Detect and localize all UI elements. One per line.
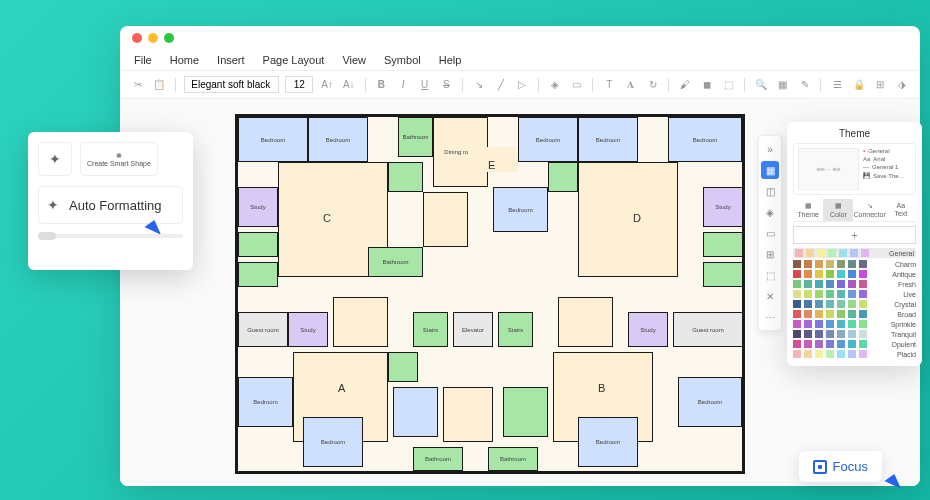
color-swatch[interactable] — [837, 290, 845, 298]
color-swatch[interactable] — [837, 260, 845, 268]
color-swatch[interactable] — [859, 300, 867, 308]
cut-icon[interactable]: ✂ — [130, 77, 146, 93]
color-swatch[interactable] — [848, 290, 856, 298]
room-kitchen[interactable] — [238, 232, 278, 257]
color-swatch[interactable] — [793, 350, 801, 358]
color-swatch[interactable] — [826, 330, 834, 338]
color-swatch[interactable] — [848, 300, 856, 308]
theme-quick-arial[interactable]: AaArial — [863, 156, 911, 162]
color-swatch[interactable] — [804, 350, 812, 358]
color-swatch[interactable] — [815, 290, 823, 298]
color-swatch[interactable] — [793, 300, 801, 308]
menu-file[interactable]: File — [134, 54, 152, 66]
color-swatch[interactable] — [837, 340, 845, 348]
color-swatch[interactable] — [826, 300, 834, 308]
color-swatch[interactable] — [815, 330, 823, 338]
color-swatch[interactable] — [804, 310, 812, 318]
room-sitting[interactable] — [703, 262, 743, 287]
color-swatch[interactable] — [828, 249, 836, 257]
palette-row-live[interactable]: Live — [793, 290, 916, 298]
menu-page-layout[interactable]: Page Layout — [263, 54, 325, 66]
color-swatch[interactable] — [859, 310, 867, 318]
color-swatch[interactable] — [806, 249, 814, 257]
increase-font-icon[interactable]: A↑ — [319, 77, 335, 93]
format-icon[interactable]: ⊞ — [761, 245, 779, 263]
room-bathroom[interactable]: Bathroom — [413, 447, 463, 471]
color-swatch[interactable] — [793, 260, 801, 268]
color-swatch[interactable] — [804, 270, 812, 278]
room-bathroom[interactable] — [548, 162, 578, 192]
color-swatch[interactable] — [848, 340, 856, 348]
color-swatch[interactable] — [861, 249, 869, 257]
color-swatch[interactable] — [817, 249, 825, 257]
menu-view[interactable]: View — [342, 54, 366, 66]
add-palette-button[interactable]: + — [793, 226, 916, 244]
color-swatch[interactable] — [839, 249, 847, 257]
palette-row-tranquil[interactable]: Tranquil — [793, 330, 916, 338]
popup-slider[interactable] — [38, 234, 183, 238]
color-swatch[interactable] — [859, 330, 867, 338]
room-elevator[interactable]: Elevator — [453, 312, 493, 347]
more-icon[interactable]: ⋯ — [761, 308, 779, 326]
shape-icon[interactable]: ▭ — [569, 77, 585, 93]
color-swatch[interactable] — [815, 340, 823, 348]
color-swatch[interactable] — [859, 340, 867, 348]
align-icon[interactable]: ☰ — [829, 77, 845, 93]
search-icon[interactable]: 🔍 — [753, 77, 769, 93]
room-bathroom[interactable]: Bathroom — [398, 117, 433, 157]
room-bedroom[interactable]: Bedroom — [668, 117, 742, 162]
color-swatch[interactable] — [859, 260, 867, 268]
color-swatch[interactable] — [826, 350, 834, 358]
pointer-tool-icon[interactable]: ▷ — [515, 77, 531, 93]
color-swatch[interactable] — [859, 350, 867, 358]
shape-lib-icon[interactable]: ◫ — [761, 182, 779, 200]
refresh-icon[interactable]: ↻ — [645, 77, 661, 93]
color-swatch[interactable] — [815, 270, 823, 278]
color-swatch[interactable] — [815, 310, 823, 318]
color-swatch[interactable] — [826, 310, 834, 318]
layers-panel-icon[interactable]: ◈ — [761, 203, 779, 221]
collapse-icon[interactable]: » — [761, 140, 779, 158]
room-living[interactable] — [423, 192, 468, 247]
color-swatch[interactable] — [859, 320, 867, 328]
pen-icon[interactable]: ✎ — [797, 77, 813, 93]
theme-preview-thumbnail[interactable]: text → text — [798, 148, 859, 190]
decrease-font-icon[interactable]: A↓ — [341, 77, 357, 93]
crop-icon[interactable]: ⬚ — [721, 77, 737, 93]
color-swatch[interactable] — [826, 320, 834, 328]
theme-quick-save[interactable]: 💾Save The... — [863, 172, 911, 179]
menu-help[interactable]: Help — [439, 54, 462, 66]
fill-color-icon[interactable]: 🖌 — [677, 77, 693, 93]
layers-icon[interactable]: ◈ — [547, 77, 563, 93]
table-icon[interactable]: ▦ — [775, 77, 791, 93]
palette-row-fresh[interactable]: Fresh — [793, 280, 916, 288]
color-swatch[interactable] — [850, 249, 858, 257]
color-swatch[interactable] — [848, 270, 856, 278]
palette-row-crystal[interactable]: Crystal — [793, 300, 916, 308]
room-bedroom[interactable]: Bedroom — [578, 117, 638, 162]
page-icon[interactable]: ▭ — [761, 224, 779, 242]
room-bedroom[interactable] — [393, 387, 438, 437]
color-swatch[interactable] — [826, 290, 834, 298]
unit-d-area[interactable] — [578, 162, 678, 277]
tab-theme[interactable]: ▦Theme — [793, 199, 823, 221]
room-bedroom[interactable]: Bedroom — [308, 117, 368, 162]
distribute-icon[interactable]: ✕ — [761, 287, 779, 305]
room-bedroom[interactable]: Bedroom — [578, 417, 638, 467]
room-study[interactable]: Study — [703, 187, 743, 227]
tab-color[interactable]: ▦Color — [823, 199, 853, 221]
color-swatch[interactable] — [837, 330, 845, 338]
color-swatch[interactable] — [815, 280, 823, 288]
line-tool-icon[interactable]: ╱ — [493, 77, 509, 93]
color-swatch[interactable] — [804, 300, 812, 308]
room-bedroom[interactable]: Bedroom — [238, 377, 293, 427]
room-kitchen[interactable] — [503, 387, 548, 437]
color-swatch[interactable] — [793, 310, 801, 318]
color-swatch[interactable] — [815, 300, 823, 308]
floorplan[interactable]: Bedroom Bedroom Bathroom Dining room Bed… — [235, 114, 745, 474]
maximize-window-button[interactable] — [164, 33, 174, 43]
color-swatch[interactable] — [848, 330, 856, 338]
color-swatch[interactable] — [837, 270, 845, 278]
palette-row-opulent[interactable]: Opulent — [793, 340, 916, 348]
color-swatch[interactable] — [837, 320, 845, 328]
